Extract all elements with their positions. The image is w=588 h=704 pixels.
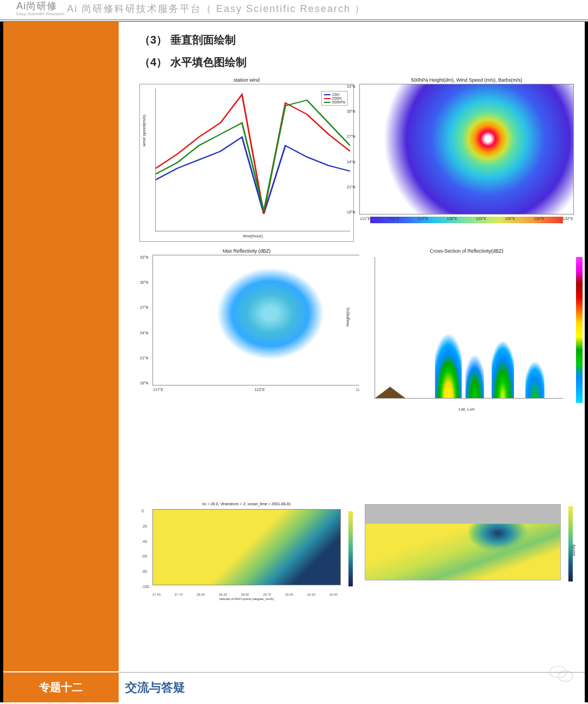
chart-title: station wind [139, 77, 354, 83]
footer-title: 交流与答疑 [119, 673, 585, 702]
logo-subtitle: Easy Scientific Research [16, 11, 67, 16]
colorbar [576, 257, 583, 403]
logo: Ai尚研修 Easy Scientific Research [16, 1, 67, 16]
legend: 10m 200m 500hPa [321, 91, 348, 106]
main-content: （3） 垂直剖面绘制 （4） 水平填色图绘制 station wind [119, 22, 585, 702]
legend-item: 200m [332, 96, 342, 100]
chart-500hpa: 500hPa Height(dm), Wind Speed (m/s), Bar… [359, 77, 574, 242]
chart-max-reflectivity: Max Reflectivity (dBZ) 33°N30°N27°N24°N2… [139, 248, 354, 413]
x-axis-label: time(hour) [243, 234, 262, 238]
chart-title: Cross-Section of Reflectivity(dBZ) [359, 248, 574, 254]
body: 专题十二 （3） 垂直剖面绘制 （4） 水平填色图绘制 station wind [0, 22, 588, 702]
chart-title: 500hPa Height(dm), Wind Speed (m/s), Bar… [359, 77, 574, 83]
legend-item: 10m [332, 93, 340, 96]
line-plot: 10m 200m 500hPa time(hour) wind speed(m/… [155, 89, 350, 231]
cross-plot [375, 257, 563, 399]
x-axis-label: latitude of RHO-points [degree_north] [219, 597, 274, 601]
charts-grid: station wind 10m 200m 500hPa [139, 77, 574, 599]
header-title: Ai 尚研修科研技术服务平台（ Easy Scientific Research… [67, 2, 365, 15]
y-axis-label: Height(m) [345, 308, 350, 327]
svg-point-3 [558, 671, 559, 672]
x-axis-label: Lat, Lon [459, 407, 475, 412]
chart-station-wind: station wind 10m 200m 500hPa [139, 77, 354, 242]
svg-point-4 [560, 671, 561, 672]
chart-ocean-vertical: hc = 20.0, Vtransform = 2, ocean_time = … [139, 502, 354, 599]
map-plot: 33°N30°N27°N24°N21°N18°N 117°E123°E129°E [152, 255, 367, 385]
sidebar: 专题十二 [3, 22, 119, 702]
chart-ocean-salinity: salinity [359, 502, 574, 599]
chart-title: hc = 20.0, Vtransform = 2, ocean_time = … [139, 502, 354, 506]
colorbar-label: salinity [572, 544, 575, 556]
heading-4: （4） 水平填色图绘制 [139, 55, 574, 70]
sidebar-topic-label: 专题十二 [3, 671, 119, 702]
chat-bubble-icon [549, 664, 574, 684]
map-plot: 33°N30°N27°N24°N21°N18°N 111°E114°E117°E… [359, 84, 574, 215]
page-header: Ai尚研修 Easy Scientific Research Ai 尚研修科研技… [0, 0, 588, 22]
colorbar [348, 511, 353, 586]
ocean-plot [152, 509, 341, 585]
footer-row: 交流与答疑 [119, 672, 585, 702]
legend-item: 500hPa [332, 100, 345, 104]
chart-cross-section: Cross-Section of Reflectivity(dBZ) [359, 248, 574, 413]
heading-3: （3） 垂直剖面绘制 [139, 33, 574, 47]
logo-main: Ai尚研修 [16, 1, 57, 11]
ocean-map-plot [365, 504, 561, 580]
y-axis-label: wind speed(m/s) [142, 114, 146, 146]
svg-point-2 [555, 671, 556, 672]
chart-title: Max Reflectivity (dBZ) [139, 248, 354, 254]
svg-point-1 [558, 671, 573, 681]
